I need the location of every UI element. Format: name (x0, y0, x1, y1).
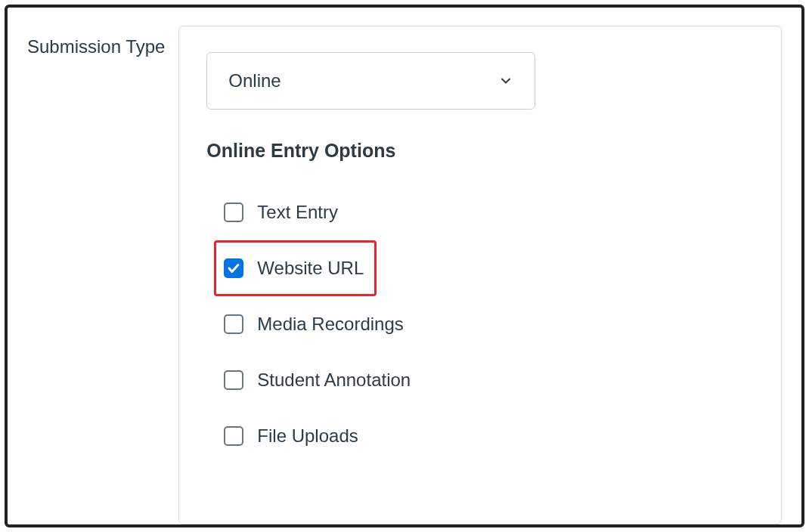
submission-type-label: Submission Type (27, 26, 165, 524)
submission-type-select-value: Online (228, 70, 498, 91)
option-label-media-recordings[interactable]: Media Recordings (257, 314, 403, 335)
settings-frame: Submission Type Online Online Entry Opti… (5, 5, 804, 527)
checkbox-student-annotation[interactable] (224, 370, 243, 390)
option-website-url: Website URL (206, 240, 754, 296)
option-student-annotation-wrap: Student Annotation (214, 352, 423, 408)
checkbox-text-entry[interactable] (224, 203, 243, 222)
entry-options-list: Text Entry Website URL Media Recordings (206, 184, 754, 464)
option-media-recordings-wrap: Media Recordings (214, 296, 416, 352)
option-file-uploads-wrap: File Uploads (214, 408, 370, 464)
option-student-annotation: Student Annotation (206, 352, 754, 408)
online-entry-options-heading: Online Entry Options (206, 140, 754, 162)
checkbox-website-url[interactable] (224, 258, 243, 278)
option-text-entry-wrap: Text Entry (214, 184, 351, 240)
option-label-website-url[interactable]: Website URL (257, 258, 364, 279)
option-website-url-highlight: Website URL (214, 240, 377, 296)
option-label-student-annotation[interactable]: Student Annotation (257, 370, 411, 391)
option-media-recordings: Media Recordings (206, 296, 754, 352)
checkbox-file-uploads[interactable] (224, 426, 243, 446)
option-text-entry: Text Entry (206, 184, 754, 240)
option-label-text-entry[interactable]: Text Entry (257, 202, 338, 223)
checkbox-media-recordings[interactable] (224, 314, 243, 334)
submission-type-select[interactable]: Online (206, 52, 535, 110)
option-label-file-uploads[interactable]: File Uploads (257, 425, 358, 447)
submission-type-panel: Online Online Entry Options Text Entry (178, 26, 782, 524)
option-file-uploads: File Uploads (206, 408, 754, 464)
chevron-down-icon (498, 73, 513, 88)
